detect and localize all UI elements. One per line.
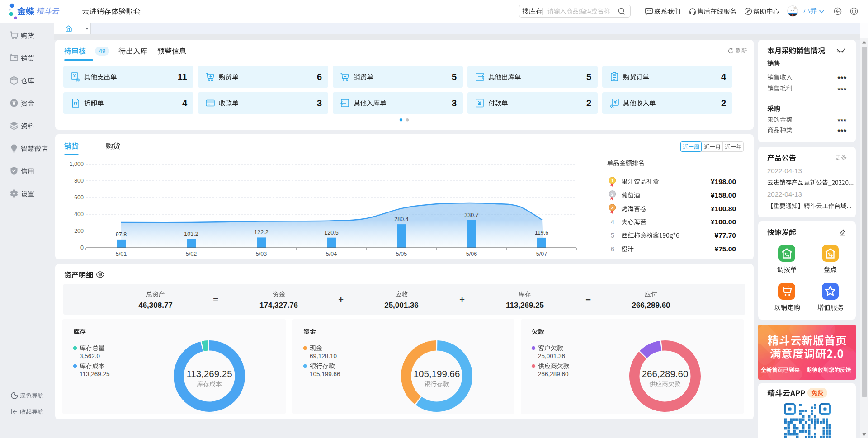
svg-text:2: 2 — [611, 191, 613, 196]
svg-text:1: 1 — [611, 178, 614, 183]
svg-text:3: 3 — [611, 205, 613, 210]
